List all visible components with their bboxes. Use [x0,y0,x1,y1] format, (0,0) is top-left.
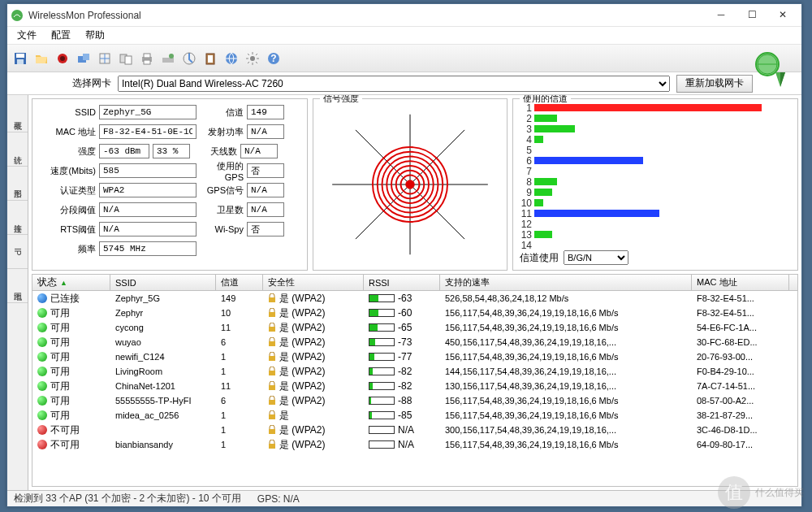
svg-rect-41 [269,371,275,375]
ssid-field[interactable] [99,105,197,119]
clipboard-icon[interactable] [201,49,220,68]
gps-field[interactable] [247,163,284,178]
list-body[interactable]: 已连接Zephyr_5G149是 (WPA2)-63526,58,54,48,3… [32,291,797,486]
speed-field[interactable] [99,163,197,178]
gpssig-field[interactable] [247,183,284,197]
menu-file[interactable]: 文件 [11,27,43,44]
wispy-field[interactable] [247,222,284,236]
maximize-button[interactable]: ☐ [736,7,767,24]
header-status[interactable]: 状态▲ [32,275,110,290]
record-icon[interactable] [53,49,72,68]
txpower-field[interactable] [247,124,284,139]
header-rssi[interactable]: RSSI [364,275,440,290]
ant-field[interactable] [240,144,278,158]
app-logo-icon [753,50,792,89]
chan-mode-select[interactable]: B/G/N [564,250,628,265]
freq-field[interactable] [99,241,197,256]
svg-rect-45 [269,429,275,434]
table-row[interactable]: 可用Zephyr10是 (WPA2)-60156,117,54,48,39,36… [32,306,797,320]
status-gps: GPS: N/A [257,493,300,505]
help-icon[interactable]: ? [264,49,283,68]
sidetab-summary[interactable]: 概要 [7,98,28,132]
frag-field[interactable] [99,202,197,217]
header-sec[interactable]: 安全性 [263,275,364,290]
tool1-icon[interactable] [74,49,93,68]
svg-rect-42 [269,385,275,390]
header-rates[interactable]: 支持的速率 [440,275,692,290]
header-chan[interactable]: 信道 [216,275,263,290]
sat-field[interactable] [247,202,284,217]
list-header: 状态▲ SSID 信道 安全性 RSSI 支持的速率 MAC 地址 [32,275,797,291]
status-dot-icon [37,425,47,435]
status-aps: 检测到 33 个AP (31 个加密 - 2 个未加密) - 10 个可用 [14,492,241,505]
status-dot-icon [37,381,47,391]
tool3-icon[interactable] [116,49,136,68]
chan-label: 信道 [200,106,244,119]
sidetab-graph[interactable]: 图形 [7,167,28,201]
svg-rect-13 [144,60,150,64]
print-icon[interactable] [137,49,157,68]
rts-field[interactable] [99,222,197,236]
table-row[interactable]: 可用ChinaNet-120111是 (WPA2)-82130,156,117,… [32,379,797,393]
tool6-icon[interactable] [179,49,199,68]
svg-rect-46 [269,444,275,449]
svg-point-5 [60,56,65,61]
open-icon[interactable] [32,49,51,68]
toolbar: ? [7,45,801,72]
sidetab-map[interactable]: 地图 [7,269,28,303]
rts-label: RTS阈值 [36,223,96,236]
tool5-icon[interactable] [158,49,178,68]
svg-rect-37 [269,312,275,317]
ant-label: 天线数 [193,145,237,158]
globe-icon[interactable] [222,49,241,68]
sat-label: 卫星数 [200,204,244,216]
svg-rect-2 [16,54,24,58]
status-dot-icon [37,440,47,449]
titlebar: WirelessMon Professional ─ ☐ ✕ [7,4,801,27]
table-row[interactable]: 可用LivingRoom1是 (WPA2)-82144,156,117,54,4… [32,364,797,379]
auth-field[interactable] [99,183,197,197]
sidetab-ip[interactable]: IP [7,235,28,269]
table-row[interactable]: 不可用1是 (WPA2)N/A300,156,117,54,48,39,36,2… [32,423,797,437]
svg-rect-3 [17,59,24,64]
strength-dbm-field[interactable] [99,144,149,158]
table-row[interactable]: 已连接Zephyr_5G149是 (WPA2)-63526,58,54,48,3… [32,291,797,306]
wispy-label: Wi-Spy [200,224,244,234]
reload-adapter-button[interactable]: 重新加载网卡 [676,75,753,93]
tool2-icon[interactable] [95,49,114,68]
app-icon [11,9,24,22]
menu-help[interactable]: 帮助 [79,27,111,44]
chan-use-label: 信道使用 [520,251,559,265]
table-row[interactable]: 可用midea_ac_02561是-85156,117,54,48,39,36,… [32,408,797,423]
strength-pct-field[interactable] [153,144,190,158]
header-ssid[interactable]: SSID [110,275,216,290]
close-button[interactable]: ✕ [767,7,798,24]
status-dot-icon [37,396,47,406]
table-row[interactable]: 可用newifi_C1241是 (WPA2)-77156,117,54,48,3… [32,349,797,364]
minimize-button[interactable]: ─ [706,7,736,24]
save-icon[interactable] [11,49,30,68]
lock-icon [268,381,276,391]
channel-panel: 使用的信道 1234567891011121314OTH 信道使用 B/G/N [512,98,798,271]
svg-rect-7 [83,54,89,60]
adapter-select[interactable]: Intel(R) Dual Band Wireless-AC 7260 [118,76,670,92]
mac-field[interactable] [99,124,197,139]
svg-rect-36 [269,297,275,302]
svg-rect-18 [208,55,213,63]
table-row[interactable]: 可用cycong11是 (WPA2)-65156,117,54,48,39,36… [32,320,797,335]
freq-label: 频率 [36,243,96,255]
lock-icon [268,425,276,435]
status-dot-icon [37,323,47,332]
table-row[interactable]: 不可用bianbiansandy1是 (WPA2)N/A156,117,54,4… [32,437,797,452]
chan-field[interactable] [247,105,284,119]
sidetab-connect[interactable]: 连接 [7,201,28,235]
status-dot-icon [37,367,47,376]
sidetab-stats[interactable]: 统计 [7,132,28,167]
header-mac[interactable]: MAC 地址 [692,275,789,290]
settings-icon[interactable] [243,49,262,68]
menu-config[interactable]: 配置 [45,27,77,44]
table-row[interactable]: 可用wuyao6是 (WPA2)-73450,156,117,54,48,39,… [32,335,797,349]
table-row[interactable]: 可用55555555-TP-HyFI6是 (WPA2)-88156,117,54… [32,393,797,408]
txpower-label: 发射功率 [200,126,244,138]
channel-bars: 1234567891011121314OTH [516,102,794,249]
